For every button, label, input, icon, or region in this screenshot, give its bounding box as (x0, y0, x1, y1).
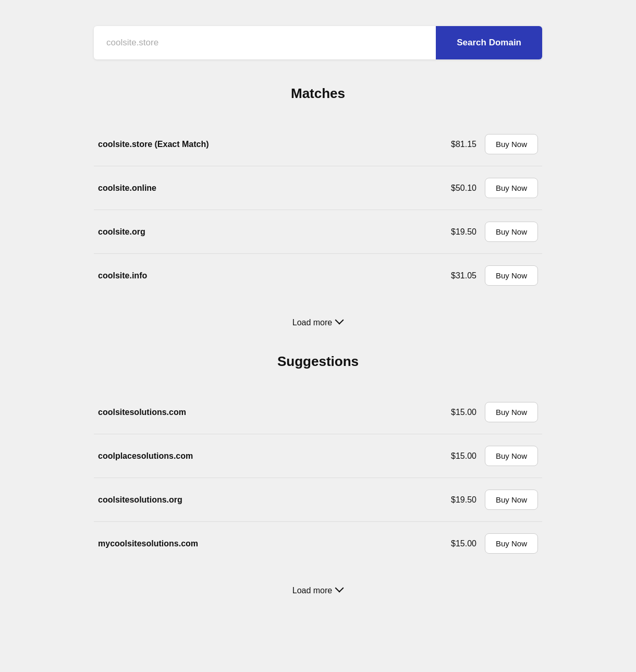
buy-now-button[interactable]: Buy Now (485, 446, 538, 466)
table-row: coolsite.info $31.05 Buy Now (94, 254, 542, 298)
matches-load-more-label: Load more (292, 318, 333, 327)
table-row: coolsitesolutions.com $15.00 Buy Now (94, 390, 542, 434)
domain-name: coolsitesolutions.org (94, 478, 388, 522)
domain-name: coolsitesolutions.com (94, 390, 388, 434)
table-row: coolsitesolutions.org $19.50 Buy Now (94, 478, 542, 522)
domain-price: $19.50 (388, 478, 481, 522)
buy-btn-cell: Buy Now (481, 123, 542, 166)
buy-btn-cell: Buy Now (481, 254, 542, 298)
domain-name: coolsite.store (Exact Match) (94, 123, 395, 166)
buy-now-button[interactable]: Buy Now (485, 178, 538, 198)
matches-table: coolsite.store (Exact Match) $81.15 Buy … (94, 123, 542, 297)
suggestions-load-more-container: Load more (94, 570, 542, 621)
matches-section: Matches coolsite.store (Exact Match) $81… (94, 85, 542, 353)
buy-now-button[interactable]: Buy Now (485, 402, 538, 422)
buy-now-button[interactable]: Buy Now (485, 265, 538, 286)
buy-now-button[interactable]: Buy Now (485, 222, 538, 242)
table-row: coolsite.online $50.10 Buy Now (94, 166, 542, 210)
domain-price: $19.50 (395, 210, 481, 254)
buy-btn-cell: Buy Now (481, 434, 542, 478)
suggestions-section: Suggestions coolsitesolutions.com $15.00… (94, 353, 542, 621)
buy-now-button[interactable]: Buy Now (485, 533, 538, 554)
domain-price: $31.05 (395, 254, 481, 298)
suggestions-title: Suggestions (94, 353, 542, 370)
matches-load-more-button[interactable]: Load more (292, 318, 344, 327)
domain-price: $50.10 (395, 166, 481, 210)
chevron-down-icon (336, 319, 344, 326)
buy-btn-cell: Buy Now (481, 390, 542, 434)
buy-now-button[interactable]: Buy Now (485, 134, 538, 154)
suggestions-load-more-label: Load more (292, 586, 333, 595)
buy-btn-cell: Buy Now (481, 522, 542, 566)
matches-title: Matches (94, 85, 542, 102)
table-row: coolsite.store (Exact Match) $81.15 Buy … (94, 123, 542, 166)
domain-price: $15.00 (388, 390, 481, 434)
domain-name: coolsite.online (94, 166, 395, 210)
buy-now-button[interactable]: Buy Now (485, 490, 538, 510)
suggestions-load-more-button[interactable]: Load more (292, 586, 344, 595)
page-container: Search Domain Matches coolsite.store (Ex… (83, 0, 553, 647)
search-input[interactable] (94, 26, 436, 59)
suggestions-table: coolsitesolutions.com $15.00 Buy Now coo… (94, 390, 542, 565)
domain-name: coolsite.info (94, 254, 395, 298)
domain-price: $15.00 (388, 434, 481, 478)
buy-btn-cell: Buy Now (481, 478, 542, 522)
search-bar: Search Domain (94, 26, 542, 59)
domain-name: mycoolsitesolutions.com (94, 522, 388, 566)
table-row: coolsite.org $19.50 Buy Now (94, 210, 542, 254)
domain-name: coolsite.org (94, 210, 395, 254)
matches-load-more-container: Load more (94, 302, 542, 353)
buy-btn-cell: Buy Now (481, 166, 542, 210)
chevron-down-icon-2 (336, 587, 344, 594)
domain-name: coolplacesolutions.com (94, 434, 388, 478)
domain-price: $15.00 (388, 522, 481, 566)
buy-btn-cell: Buy Now (481, 210, 542, 254)
domain-price: $81.15 (395, 123, 481, 166)
table-row: coolplacesolutions.com $15.00 Buy Now (94, 434, 542, 478)
table-row: mycoolsitesolutions.com $15.00 Buy Now (94, 522, 542, 566)
search-domain-button[interactable]: Search Domain (436, 26, 542, 59)
